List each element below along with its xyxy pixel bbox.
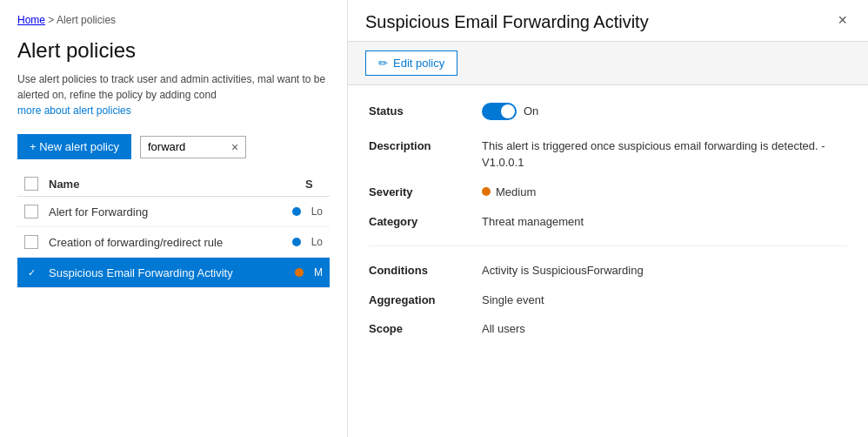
row-status: Lo [311, 205, 323, 218]
column-name-header: Name [49, 178, 295, 191]
aggregation-value: Single event [482, 292, 847, 309]
status-label: Status [369, 103, 482, 125]
table-row[interactable]: Alert for Forwarding Lo [17, 197, 330, 227]
panel-title: Suspicious Email Forwarding Activity [365, 12, 666, 32]
panel-header: Suspicious Email Forwarding Activity × [348, 0, 868, 42]
aggregation-label: Aggregation [369, 292, 482, 309]
edit-policy-label: Edit policy [393, 57, 444, 70]
more-info-link[interactable]: more about alert policies [17, 104, 131, 117]
search-input[interactable] [148, 140, 226, 153]
status-dot [292, 207, 301, 216]
row-name: Creation of forwarding/redirect rule [49, 236, 282, 249]
breadcrumb-home[interactable]: Home [17, 14, 45, 26]
status-value: On [482, 103, 847, 125]
detail-grid: Status On Description This alert is trig… [369, 103, 847, 338]
table-header: Name S [17, 171, 330, 197]
scope-value: All users [482, 320, 847, 338]
edit-icon: ✏ [378, 57, 388, 70]
toggle-label: On [524, 103, 538, 120]
scope-label: Scope [369, 320, 482, 338]
description-value: This alert is triggered once suspicious … [482, 138, 847, 171]
row-status: Lo [311, 236, 323, 248]
conditions-value: Activity is SuspiciousForwarding [482, 262, 847, 279]
category-value: Threat management [482, 213, 847, 231]
row-checkbox[interactable] [24, 235, 38, 249]
search-box: × [140, 136, 246, 158]
section-divider [369, 245, 847, 246]
breadcrumb-current: Alert policies [57, 14, 116, 26]
status-toggle[interactable]: On [482, 103, 538, 120]
toggle-thumb [501, 104, 515, 118]
header-checkbox[interactable] [24, 177, 38, 191]
breadcrumb: Home > Alert policies [17, 14, 330, 26]
breadcrumb-separator: > [48, 14, 54, 26]
close-button[interactable]: × [834, 12, 851, 28]
search-clear-button[interactable]: × [231, 140, 238, 154]
table-row[interactable]: Creation of forwarding/redirect rule Lo [17, 227, 330, 258]
column-status-header: S [305, 178, 323, 191]
new-policy-button[interactable]: + New alert policy [17, 134, 131, 159]
status-dot [295, 268, 304, 277]
severity-indicator: Medium [482, 184, 536, 201]
page-description: Use alert policies to track user and adm… [17, 71, 330, 118]
row-checkbox[interactable] [24, 266, 38, 279]
row-name: Suspicious Email Forwarding Activity [49, 266, 284, 279]
row-checkbox[interactable] [24, 205, 38, 218]
severity-dot [482, 187, 491, 196]
severity-value: Medium [482, 184, 847, 201]
detail-panel: Suspicious Email Forwarding Activity × ✏… [348, 0, 868, 437]
conditions-label: Conditions [369, 262, 482, 279]
table-row-selected[interactable]: Suspicious Email Forwarding Activity M [17, 258, 330, 288]
row-name: Alert for Forwarding [49, 205, 282, 218]
edit-policy-button[interactable]: ✏ Edit policy [365, 50, 457, 76]
severity-label: Severity [369, 184, 482, 201]
left-panel: Home > Alert policies Alert policies Use… [0, 0, 348, 437]
panel-body: Status On Description This alert is trig… [348, 85, 868, 437]
panel-toolbar: ✏ Edit policy [348, 42, 868, 85]
page-title: Alert policies [17, 38, 330, 63]
toggle-track[interactable] [482, 103, 517, 120]
severity-text: Medium [496, 184, 536, 201]
row-status: M [314, 266, 323, 279]
toolbar: + New alert policy × [17, 134, 330, 159]
status-dot [292, 238, 301, 246]
description-label: Description [369, 138, 482, 171]
category-label: Category [369, 213, 482, 231]
